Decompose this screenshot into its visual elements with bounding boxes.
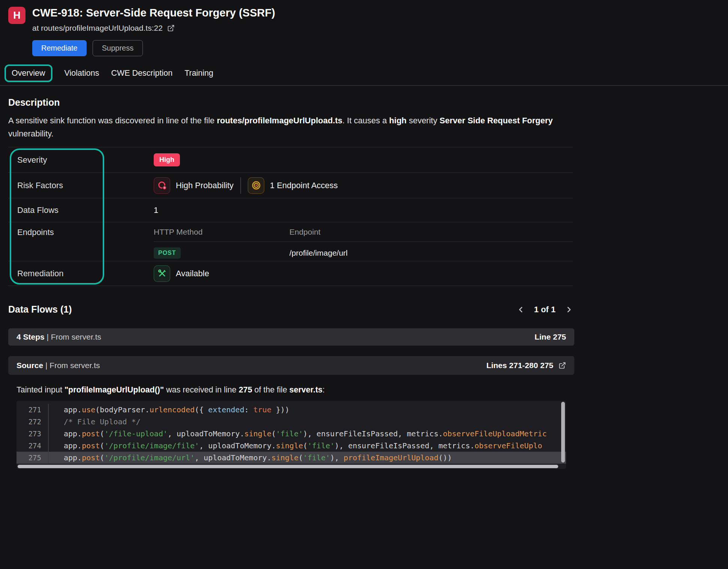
text-segment: Tainted input [16, 385, 64, 394]
tab-overview[interactable]: Overview [4, 64, 52, 82]
remediate-button[interactable]: Remediate [32, 40, 87, 56]
text-segment: 275 [239, 385, 252, 394]
code-token: 'file' [303, 453, 330, 462]
risk-factors-label: Risk Factors [8, 181, 154, 190]
data-flows-count: 1 [154, 205, 573, 215]
horizontal-scrollbar[interactable] [18, 465, 558, 468]
code-token: app. [64, 453, 82, 462]
code-token: post [82, 429, 100, 438]
tab-bar: Overview Violations CWE Description Trai… [0, 64, 728, 86]
code-text: app.post('/profile/image/file', uploadTo… [49, 440, 542, 452]
endpoint-path: /profile/image/url [289, 249, 573, 258]
code-token: 'file' [276, 429, 303, 438]
code-token: , uploadToMemory. [199, 441, 276, 450]
external-link-icon[interactable] [167, 24, 175, 32]
code-token: (bodyParser. [95, 405, 150, 414]
code-token: ( [271, 429, 276, 438]
page-indicator: 1 of 1 [534, 305, 556, 314]
line-number: 273 [16, 428, 49, 440]
severity-high-badge: High [154, 153, 180, 166]
source-step-label: Source [16, 361, 43, 370]
data-flow-pagination: 1 of 1 [515, 304, 574, 315]
severity-label: Severity [8, 155, 154, 165]
column-header-http-method: HTTP Method [154, 228, 289, 237]
overview-panel: Description A sensitive sink function wa… [8, 97, 574, 469]
line-number: 272 [16, 416, 49, 428]
description-text: A sensitive sink function was discovered… [8, 114, 559, 140]
data-flows-label: Data Flows [8, 205, 154, 215]
description-heading: Description [8, 97, 574, 108]
risk-chip-endpoint-access: 1 Endpoint Access [248, 177, 338, 194]
code-token: post [82, 441, 100, 450]
vertical-scrollbar[interactable] [561, 402, 565, 463]
code-token: , uploadToMemory. [195, 453, 271, 462]
chip-divider [240, 177, 241, 194]
code-token: , uploadToMemory. [168, 429, 244, 438]
code-token: ( [303, 441, 307, 450]
text-segment: severity [407, 116, 440, 125]
detail-row-severity: Severity High [8, 147, 573, 173]
code-text: app.post('/profile/image/url', uploadToM… [49, 452, 452, 464]
code-token: ), ensureFileIsPassed, metrics. [335, 441, 475, 450]
code-token: app. [64, 405, 82, 414]
remediation-label: Remediation [8, 269, 154, 279]
tab-training[interactable]: Training [184, 65, 213, 82]
probability-gauge-icon [154, 177, 170, 194]
code-token: profileImageUrlUpload [344, 453, 439, 462]
endpoints-table: HTTP Method Endpoint POST /profile/image… [154, 228, 573, 259]
severity-letter-badge: H [8, 7, 25, 24]
text-segment: A sensitive sink function was discovered… [8, 116, 217, 125]
steps-origin: | From server.ts [45, 332, 101, 341]
code-token: single [271, 453, 298, 462]
column-header-endpoint: Endpoint [289, 228, 573, 237]
text-segment: "profileImageUrlUpload()" [64, 385, 164, 394]
text-segment: Server Side Request Forgery [440, 116, 553, 125]
file-location-text: at routes/profileImageUrlUpload.ts:22 [32, 24, 163, 33]
http-method-badge: POST [154, 247, 181, 259]
code-token: app. [64, 441, 82, 450]
main-content: H CWE-918: Server-Side Request Forgery (… [8, 0, 574, 56]
chevron-left-icon[interactable] [515, 304, 526, 315]
code-token: post [82, 453, 100, 462]
code-token: : [244, 405, 253, 414]
code-token: ( [100, 441, 104, 450]
risk-factor-text: High Probability [176, 181, 234, 190]
external-link-icon[interactable] [559, 362, 566, 369]
code-token: ( [298, 453, 303, 462]
source-bar[interactable]: Source | From server.ts Lines 271-280 27… [8, 356, 574, 375]
remediation-status-text: Available [176, 269, 209, 279]
code-token: extended [208, 405, 244, 414]
steps-line-ref: Line 275 [535, 332, 566, 341]
text-segment: routes/profileImageUrlUpload.ts [217, 116, 342, 125]
code-token: ( [100, 453, 104, 462]
detail-row-remediation: Remediation Available [8, 261, 573, 286]
tab-violations[interactable]: Violations [64, 65, 99, 82]
code-token: /* File Upload */ [64, 417, 141, 426]
code-token: true [253, 405, 271, 414]
code-token: urlencoded [150, 405, 195, 414]
code-token: '/file-upload' [104, 429, 168, 438]
code-block: 271app.use(bodyParser.urlencoded({ exten… [16, 401, 566, 469]
code-token: ), ensureFileIsPassed, metrics. [303, 429, 443, 438]
text-segment: vulnerability. [8, 129, 54, 138]
line-number: 271 [16, 404, 49, 416]
code-text: app.post('/file-upload', uploadToMemory.… [49, 428, 547, 440]
page-title: CWE-918: Server-Side Request Forgery (SS… [32, 7, 275, 19]
code-text: app.use(bodyParser.urlencoded({ extended… [49, 404, 289, 416]
target-icon [248, 177, 264, 194]
text-segment: server.ts [289, 385, 322, 394]
code-token: observeFileUplo [475, 441, 542, 450]
data-flows-heading: Data Flows (1) [8, 304, 72, 315]
code-token: use [82, 405, 95, 414]
code-token: single [276, 441, 303, 450]
code-token: ( [100, 429, 104, 438]
code-line: 273app.post('/file-upload', uploadToMemo… [16, 428, 566, 440]
suppress-button[interactable]: Suppress [93, 40, 143, 56]
steps-count: 4 Steps [16, 332, 45, 341]
detail-row-data-flows: Data Flows 1 [8, 198, 573, 222]
tab-cwe-description[interactable]: CWE Description [111, 65, 172, 82]
text-segment: was received in line [164, 385, 239, 394]
chevron-right-icon[interactable] [564, 304, 574, 315]
code-token: 'file' [307, 441, 334, 450]
steps-bar[interactable]: 4 Steps | From server.ts Line 275 [8, 328, 574, 346]
